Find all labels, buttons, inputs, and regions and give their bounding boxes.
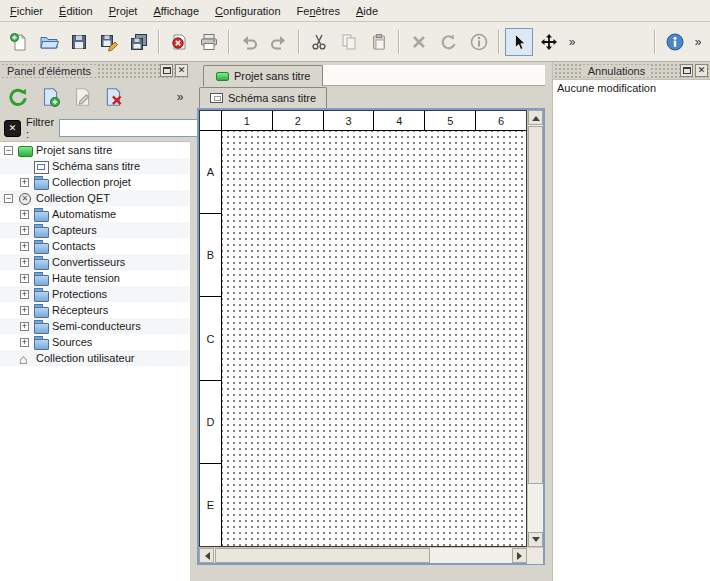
about-button[interactable] <box>661 28 689 56</box>
expander-icon[interactable]: + <box>20 178 29 187</box>
save-as-button[interactable] <box>95 28 123 56</box>
delete-button[interactable] <box>405 28 433 56</box>
help-toolbar-overflow-button[interactable]: » <box>691 28 705 56</box>
clear-filter-button[interactable]: ✕ <box>4 120 21 137</box>
move-tool-button[interactable] <box>535 28 563 56</box>
menu-aide[interactable]: Aide <box>348 2 386 20</box>
close-file-button[interactable] <box>165 28 193 56</box>
float-panel-button[interactable] <box>680 64 693 77</box>
tree-item-collection-qet[interactable]: −Collection QET <box>0 190 190 206</box>
save-button[interactable] <box>65 28 93 56</box>
scroll-left-button[interactable] <box>199 548 214 563</box>
rotate-button[interactable] <box>435 28 463 56</box>
vertical-scroll-track[interactable] <box>528 125 543 532</box>
arrow-up-icon <box>532 112 540 121</box>
expander-icon[interactable]: + <box>20 258 29 267</box>
tree-item-contacts[interactable]: +Contacts <box>0 238 190 254</box>
close-panel-button[interactable]: ✕ <box>175 64 188 77</box>
tree-item-automatisme[interactable]: +Automatisme <box>0 206 190 222</box>
new-element-icon <box>39 86 61 108</box>
paste-button[interactable] <box>365 28 393 56</box>
tree-item-project[interactable]: −Projet sans titre <box>0 142 190 158</box>
horizontal-scroll-track[interactable] <box>214 548 512 563</box>
project-tab-bar-empty <box>323 65 545 86</box>
undo-list[interactable]: Aucune modification <box>553 79 710 581</box>
tree-item-capteurs[interactable]: +Capteurs <box>0 222 190 238</box>
close-panel-button[interactable]: ✕ <box>695 64 708 77</box>
tree-item-recepteurs[interactable]: +Récepteurs <box>0 302 190 318</box>
cut-icon <box>309 32 329 52</box>
menu-fenetres[interactable]: Fenêtres <box>289 2 348 20</box>
diagram-canvas[interactable] <box>222 131 526 546</box>
scroll-right-button[interactable] <box>512 548 527 563</box>
new-element-button[interactable] <box>35 82 65 112</box>
menu-projet[interactable]: Projet <box>101 2 146 20</box>
menu-configuration[interactable]: Configuration <box>207 2 288 20</box>
float-icon <box>683 67 691 74</box>
tree-item-convertisseurs[interactable]: +Convertisseurs <box>0 254 190 270</box>
open-file-button[interactable] <box>35 28 63 56</box>
expander-icon[interactable]: + <box>20 242 29 251</box>
tree-item-semi-conducteurs[interactable]: +Semi-conducteurs <box>0 318 190 334</box>
tree-item-protections[interactable]: +Protections <box>0 286 190 302</box>
main-toolbar: » » <box>0 22 710 62</box>
arrow-right-icon <box>517 552 526 560</box>
schema-icon <box>34 160 48 173</box>
expander-icon[interactable]: − <box>4 146 13 155</box>
tree-item-sources[interactable]: +Sources <box>0 334 190 350</box>
delete-element-button[interactable] <box>99 82 129 112</box>
schema-tab[interactable]: Schéma sans titre <box>199 87 327 108</box>
filter-label: Filtrer : <box>26 116 54 140</box>
project-tab[interactable]: Projet sans titre <box>203 65 323 86</box>
float-panel-button[interactable] <box>160 64 173 77</box>
cut-button[interactable] <box>305 28 333 56</box>
expander-icon[interactable]: + <box>20 306 29 315</box>
expander-icon[interactable]: + <box>20 226 29 235</box>
filter-input[interactable] <box>59 119 209 137</box>
arrow-left-icon <box>201 552 210 560</box>
elements-panel-titlebar[interactable]: Panel d'éléments ✕ <box>0 62 190 79</box>
tree-item-collection-projet[interactable]: +Collection projet <box>0 174 190 190</box>
element-info-button[interactable] <box>465 28 493 56</box>
new-file-icon <box>9 32 29 52</box>
save-as-icon <box>99 32 119 52</box>
copy-icon <box>339 32 359 52</box>
tree-item-schema[interactable]: Schéma sans titre <box>0 158 190 174</box>
close-file-icon <box>169 32 189 52</box>
panel-toolbar-overflow-button[interactable]: » <box>173 83 187 111</box>
mdi-area: Projet sans titre Schéma sans titre 1 2 … <box>193 62 549 581</box>
expander-icon[interactable]: + <box>20 274 29 283</box>
menu-edition[interactable]: Édition <box>51 2 101 20</box>
scroll-down-button[interactable] <box>528 532 543 547</box>
expander-icon[interactable]: + <box>20 290 29 299</box>
undo-panel-titlebar[interactable]: Annulations ✕ <box>553 62 710 79</box>
edit-element-button[interactable] <box>67 82 97 112</box>
toolbar-overflow-button[interactable]: » <box>565 28 579 56</box>
print-button[interactable] <box>195 28 223 56</box>
select-tool-button[interactable] <box>505 28 533 56</box>
new-file-button[interactable] <box>5 28 33 56</box>
menu-affichage[interactable]: Affichage <box>145 2 207 20</box>
vertical-scroll-thumb[interactable] <box>528 126 543 484</box>
tree-item-collection-utilisateur[interactable]: Collection utilisateur <box>0 350 190 366</box>
undo-button[interactable] <box>235 28 263 56</box>
menu-fichier[interactable]: Fichier <box>2 2 51 20</box>
expander-icon[interactable]: − <box>4 194 13 203</box>
elements-tree: −Projet sans titre Schéma sans titre +Co… <box>0 141 190 581</box>
toolbar-separator <box>398 30 400 54</box>
expander-icon[interactable]: + <box>20 338 29 347</box>
expander-icon[interactable]: + <box>20 322 29 331</box>
copy-button[interactable] <box>335 28 363 56</box>
scroll-up-button[interactable] <box>528 110 543 125</box>
expander-icon[interactable]: + <box>20 210 29 219</box>
cursor-arrow-icon <box>509 32 529 52</box>
reload-collections-button[interactable] <box>3 82 33 112</box>
qet-collection-icon <box>18 192 32 205</box>
horizontal-scroll-thumb[interactable] <box>215 548 430 563</box>
row-header: A <box>200 131 221 214</box>
redo-button[interactable] <box>265 28 293 56</box>
tree-item-haute-tension[interactable]: +Haute tension <box>0 270 190 286</box>
help-toolbar: » <box>650 28 706 56</box>
open-folder-icon <box>39 32 59 52</box>
save-all-button[interactable] <box>125 28 153 56</box>
